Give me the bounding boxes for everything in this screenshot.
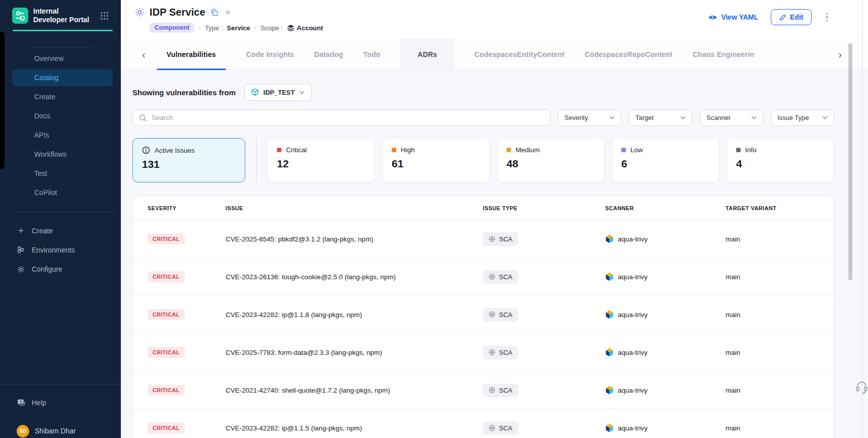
sidebar-action-create[interactable]: + Create [12,221,113,240]
target-variant-cell: main [726,387,834,394]
tab[interactable]: Code Insights [246,39,294,70]
tab-label: CodespacesEntityContent [474,50,564,58]
issue-cell: CVE-2025-7783: form-data@2.3.3 (lang-pkg… [226,349,483,356]
search-input[interactable] [152,114,544,121]
tab[interactable]: Todo [363,39,380,70]
environments-icon [17,246,25,254]
sidebar-nav-item[interactable]: Test [12,165,113,182]
edit-button[interactable]: Edit [771,9,811,25]
chevron-down-icon [751,116,757,119]
main-area: IDP Service ★ Component · Type : Service… [121,0,868,438]
sca-fingerprint-icon [488,349,495,356]
tabs-scroll-left-icon[interactable]: ‹ [142,49,146,59]
window-edge-artifact [0,32,5,169]
severity-card[interactable]: Low 6 [612,138,719,182]
severity-card[interactable]: High 61 [382,138,490,182]
tab[interactable]: CodespacesRepoContent [585,39,673,70]
showing-label: Showing vulnerabilities from [132,88,236,97]
aqua-trivy-icon [605,310,614,319]
sidebar-nav-item[interactable]: Create [12,88,113,105]
favorite-star-icon[interactable]: ★ [224,7,232,18]
table-row[interactable]: CRITICAL CVE-2023-42282: ip@1.1.8 (lang-… [133,296,834,334]
tab[interactable]: Vulnerabilities [157,39,226,70]
sidebar-nav-label: Docs [34,112,50,120]
app-switcher-icon[interactable] [100,12,109,20]
severity-badge: CRITICAL [148,233,185,244]
sidebar-nav-label: Test [34,169,47,177]
severity-badge: CRITICAL [148,385,185,396]
tab-label: Vulnerabilities [167,50,216,58]
active-issues-count: 131 [142,158,236,170]
vulnerabilities-panel: Showing vulnerabilities from IDP_TEST [121,70,868,438]
active-issues-card[interactable]: Active Issues 131 [132,138,245,182]
sidebar-divider [13,212,113,212]
project-select[interactable]: IDP_TEST [244,84,312,101]
filter-select[interactable]: Severity [558,109,621,126]
severity-count: 48 [507,158,595,170]
severity-count: 4 [736,158,825,170]
severity-card[interactable]: Critical 12 [267,138,375,182]
vulnerabilities-table: SEVERITY ISSUE ISSUE TYPE SCANNER TARGET… [132,196,834,438]
table-row[interactable]: CRITICAL CVE-2021-42740: shell-quote@1.7… [133,371,834,409]
app-screen: Internal Developer Portal Overview Catal… [0,0,868,438]
sidebar-nav-item[interactable]: Workflows [12,146,113,163]
tab[interactable]: ADRs [400,39,454,70]
search-box [132,109,550,126]
target-variant-cell: main [726,311,834,319]
sidebar-nav-item[interactable]: CoPilot [12,184,113,201]
sidebar-nav-label: Workflows [34,150,66,158]
page-header: IDP Service ★ Component · Type : Service… [121,0,868,39]
tab[interactable]: Chaos Engineerin [693,39,754,70]
sidebar-nav-item[interactable]: Docs [12,107,113,124]
table-row[interactable]: CRITICAL CVE-2023-26136: tough-cookie@2.… [133,258,834,296]
sidebar-nav-item[interactable]: Catalog [12,69,113,86]
sidebar-divider [29,47,93,47]
filter-select[interactable]: Target [629,109,692,126]
dot-separator: · [254,24,257,32]
sidebar: Internal Developer Portal Overview Catal… [0,0,121,438]
tab[interactable]: Datadog [314,39,343,70]
tab-label: Code Insights [246,50,294,58]
entity-meta: Component · Type : Service · Scope : Acc… [150,22,323,33]
sidebar-accent-rule [13,30,113,31]
chevron-down-icon [609,116,615,119]
filter-select[interactable]: Issue Type [771,109,834,126]
support-headset-icon[interactable] [855,381,868,394]
table-row[interactable]: CRITICAL CVE-2025-6545: pbkdf2@3.1.2 (la… [133,220,834,258]
issue-cell: CVE-2023-26136: tough-cookie@2.5.0 (lang… [226,273,483,281]
eye-icon [708,14,717,21]
tabs-scroll-right-icon[interactable]: › [838,49,842,59]
vertical-scrollbar[interactable] [848,43,852,280]
sidebar-action-configure[interactable]: Configure [12,260,113,279]
help-button[interactable]: ? Help [17,393,46,412]
table-row[interactable]: CRITICAL CVE-2023-42282: ip@1.1.5 (lang-… [133,409,834,438]
sca-fingerprint-icon [488,387,495,394]
user-menu[interactable]: SD Shibam Dhar [17,422,76,438]
severity-dot [736,148,741,152]
aqua-trivy-icon [605,423,614,432]
more-options-kebab[interactable] [824,11,830,24]
sidebar-nav-item[interactable]: Overview [12,50,113,67]
target-variant-cell: main [726,235,834,243]
severity-card[interactable]: Info 4 [727,138,834,182]
plus-icon: + [17,225,25,236]
sidebar-nav-item[interactable]: APIs [12,127,113,144]
issue-cell: CVE-2021-42740: shell-quote@1.7.2 (lang-… [226,387,483,394]
table-row[interactable]: CRITICAL CVE-2025-7783: form-data@2.3.3 … [133,334,834,371]
severity-card[interactable]: Medium 48 [497,138,605,182]
table-body: CRITICAL CVE-2025-6545: pbkdf2@3.1.2 (la… [133,220,834,438]
tab-label: ADRs [417,50,437,58]
tab[interactable]: CodespacesEntityContent [474,39,564,70]
view-yaml-button[interactable]: View YAML [708,13,758,21]
chevron-down-icon [822,116,828,119]
copy-icon[interactable] [210,8,219,17]
filter-select[interactable]: Scanner [700,109,763,126]
sca-fingerprint-icon [488,273,495,280]
tab-label: CodespacesRepoContent [585,50,673,58]
issue-cell: CVE-2025-6545: pbkdf2@3.1.2 (lang-pkgs, … [226,235,483,243]
aqua-trivy-icon [605,272,614,281]
sidebar-nav-label: Overview [34,54,63,62]
sidebar-action-environments[interactable]: Environments [12,240,113,260]
tab-label: Datadog [314,50,343,58]
scanner-cell: aqua-trivy [605,272,726,281]
